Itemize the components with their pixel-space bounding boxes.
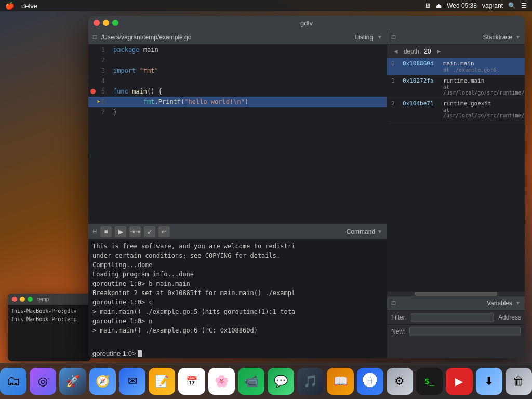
depth-prev-button[interactable]: ◄ bbox=[391, 48, 401, 55]
dock-item-calendar[interactable]: 📅 bbox=[178, 368, 205, 395]
variables-title: Variables bbox=[487, 300, 512, 307]
breakpoint-5 bbox=[90, 89, 96, 94]
listing-panel-icon[interactable]: ⊟ bbox=[92, 34, 97, 41]
filter-label: Filter: bbox=[391, 314, 407, 321]
stacktrace-header: ⊟ Stacktrace ▼ bbox=[387, 30, 525, 45]
frame-func-0: main.main bbox=[443, 60, 496, 67]
dock-item-systemprefs[interactable]: ⚙ bbox=[387, 368, 413, 395]
dock-item-downloads[interactable]: ⬇ bbox=[476, 368, 502, 395]
command-dropdown: Command ▼ bbox=[347, 228, 382, 235]
dock-item-siri[interactable]: ◎ bbox=[30, 368, 56, 395]
dock-item-books[interactable]: 📖 bbox=[327, 368, 353, 395]
terminal-window: temp This-MacBook-Pro:gdlv This-MacBook-… bbox=[8, 294, 91, 361]
stack-frame-2[interactable]: 2 0x104be71 runtime.goexit at /usr/local… bbox=[387, 98, 525, 121]
filter-input[interactable] bbox=[411, 313, 494, 322]
console-line-9: > main.main() ./example.go:6 (PC: 0x1088… bbox=[92, 326, 382, 335]
console-line-5: Breakpoint 2 set at 0x10885ff for main.m… bbox=[92, 288, 382, 298]
frame-file-2: at /usr/local/go/src/runtime/asm_amd64.s… bbox=[443, 107, 525, 118]
terminal-line-2: This-MacBook-Pro:temp bbox=[11, 315, 88, 324]
line-number-2: 2 bbox=[88, 57, 109, 64]
code-line-7: 7 } bbox=[88, 107, 387, 117]
stack-frame-1[interactable]: 1 0x10272fa runtime.main at /usr/local/g… bbox=[387, 75, 525, 98]
datetime: Wed 05:38 bbox=[447, 2, 477, 9]
new-row: New: bbox=[387, 325, 525, 338]
stacktrace-section: ⊟ Stacktrace ▼ ◄ depth: 20 ► 0 0x10886 bbox=[387, 30, 525, 296]
variables-dropdown[interactable]: ▼ bbox=[515, 300, 521, 306]
window-content: ⊟ /Users/vagrant/temp/example.go Listing… bbox=[88, 30, 525, 358]
stepout-button[interactable]: ↩ bbox=[158, 226, 170, 237]
frame-index-1: 1 bbox=[391, 77, 398, 96]
filter-row: Filter: Address bbox=[387, 311, 525, 325]
listing-label: Listing bbox=[355, 34, 373, 41]
code-content-3: import "fmt" bbox=[109, 67, 158, 74]
frame-index-0: 0 bbox=[391, 60, 398, 73]
console-output: This is free software, and you are welco… bbox=[88, 240, 387, 349]
code-line-6: ➤ 6 fmt.Printf("hello world!\n") bbox=[88, 97, 387, 107]
dock-item-notes[interactable]: 📝 bbox=[149, 368, 175, 395]
console-input-line: goroutine 1:0> bbox=[88, 349, 387, 358]
frame-file-1: at /usr/local/go/src/runtime/proc.go:185 bbox=[443, 84, 525, 96]
console-cursor bbox=[138, 350, 142, 357]
stacktrace-dropdown[interactable]: ▼ bbox=[515, 34, 521, 40]
line-number-1: 1 bbox=[88, 46, 109, 54]
play-button[interactable]: ▶ bbox=[115, 226, 126, 237]
apple-menu[interactable]: 🍎 bbox=[5, 2, 14, 10]
stacktrace-panel-icon[interactable]: ⊟ bbox=[391, 34, 396, 41]
terminal-maximize-button[interactable] bbox=[28, 297, 33, 302]
title-bar: gdlv bbox=[88, 16, 525, 30]
dock-item-launchpad[interactable]: 🚀 bbox=[59, 368, 86, 395]
code-line-3: 3 import "fmt" bbox=[88, 65, 387, 76]
listing-header: ⊟ /Users/vagrant/temp/example.go Listing… bbox=[88, 30, 387, 45]
stepover-button[interactable]: ⇥⇥ bbox=[129, 226, 141, 237]
stop-button[interactable]: ■ bbox=[100, 226, 112, 237]
terminal-minimize-button[interactable] bbox=[20, 297, 25, 302]
dock-item-music[interactable]: 🎵 bbox=[297, 368, 324, 395]
dock-item-finder[interactable]: 🗂 bbox=[0, 368, 26, 395]
listing-dropdown[interactable]: ▼ bbox=[377, 34, 382, 40]
line-number-7: 7 bbox=[88, 109, 109, 116]
frame-addr-0: 0x108860d bbox=[403, 60, 439, 73]
variables-panel-icon[interactable]: ⊟ bbox=[391, 300, 396, 307]
maximize-button[interactable] bbox=[112, 20, 118, 26]
dock-item-terminal[interactable]: $_ bbox=[416, 368, 443, 395]
dock-item-messages[interactable]: 💬 bbox=[268, 368, 294, 395]
new-label: New: bbox=[391, 328, 405, 335]
dock-item-photos[interactable]: 🌸 bbox=[208, 368, 235, 395]
new-input[interactable] bbox=[409, 327, 521, 336]
frame-func-2: runtime.goexit bbox=[443, 100, 525, 107]
variables-section: ⊟ Variables ▼ Filter: Address New: bbox=[387, 296, 525, 358]
stack-scrollbar[interactable] bbox=[387, 291, 525, 296]
app-name[interactable]: delve bbox=[21, 2, 37, 10]
dock-item-exec[interactable]: ▶ bbox=[446, 368, 472, 395]
menu-icon[interactable]: ☰ bbox=[521, 2, 527, 9]
eject-icon[interactable]: ⏏ bbox=[436, 2, 442, 9]
code-line-4: 4 bbox=[88, 76, 387, 86]
dock-item-trash[interactable]: 🗑 bbox=[506, 368, 532, 395]
monitor-icon[interactable]: 🖥 bbox=[424, 2, 431, 9]
line-number-5: 5 bbox=[88, 88, 109, 95]
terminal-title: temp bbox=[37, 297, 49, 302]
close-button[interactable] bbox=[94, 20, 100, 26]
minimize-button[interactable] bbox=[103, 20, 109, 26]
stack-scrollbar-thumb bbox=[415, 292, 497, 296]
menubar: 🍎 delve 🖥 ⏏ Wed 05:38 vagrant 🔍 ☰ bbox=[0, 0, 532, 11]
dock-item-mail[interactable]: ✉ bbox=[119, 368, 145, 395]
console-panel-icon[interactable]: ⊟ bbox=[92, 228, 97, 235]
line-number-4: 4 bbox=[88, 77, 109, 85]
console-line-1: under certain conditions; see COPYING fo… bbox=[92, 251, 382, 260]
command-dropdown-arrow[interactable]: ▼ bbox=[377, 229, 382, 234]
menubar-right: 🖥 ⏏ Wed 05:38 vagrant 🔍 ☰ bbox=[424, 2, 532, 9]
frame-info-1: runtime.main at /usr/local/go/src/runtim… bbox=[443, 77, 525, 96]
search-icon[interactable]: 🔍 bbox=[508, 2, 516, 9]
dock-item-appstore[interactable]: 🅐 bbox=[357, 368, 383, 395]
command-label: Command bbox=[347, 228, 375, 235]
terminal-close-button[interactable] bbox=[12, 297, 17, 302]
depth-next-button[interactable]: ► bbox=[434, 48, 444, 55]
code-content-1: package main bbox=[109, 46, 158, 54]
dock-item-facetime[interactable]: 📹 bbox=[238, 368, 264, 395]
stepinto-button[interactable]: ↙ bbox=[144, 226, 155, 237]
menubar-left: 🍎 delve bbox=[0, 2, 37, 10]
console-panel: ⊟ ■ ▶ ⇥⇥ ↙ ↩ Command ▼ This is free soft… bbox=[88, 223, 387, 358]
dock-item-safari[interactable]: 🧭 bbox=[89, 368, 116, 395]
stack-frame-0[interactable]: 0 0x108860d main.main at ./example.go:6 bbox=[387, 58, 525, 75]
